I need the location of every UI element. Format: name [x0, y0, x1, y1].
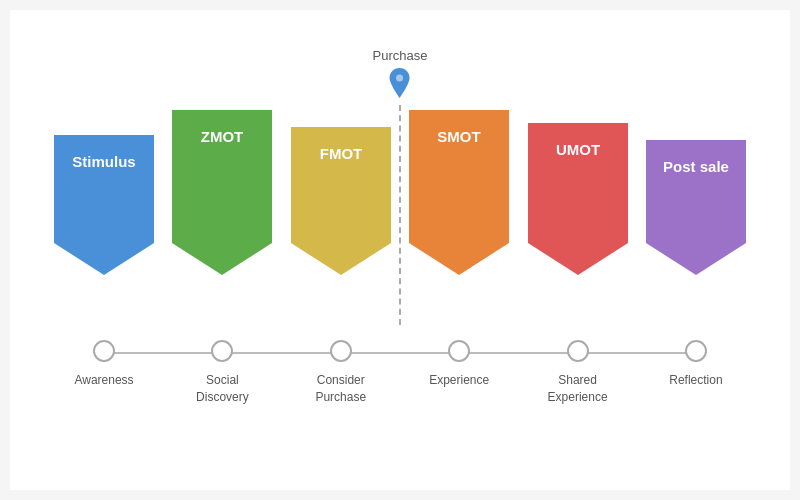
timeline-row: AwarenessSocial DiscoveryConsider Purcha…	[50, 340, 750, 406]
svg-text:FMOT: FMOT	[320, 145, 363, 162]
timeline-item-reflection: Reflection	[642, 340, 750, 389]
timeline-item-shared-experience: Shared Experience	[524, 340, 632, 406]
timeline-items: AwarenessSocial DiscoveryConsider Purcha…	[50, 340, 750, 406]
arrow-svg-stimulus: Stimulus	[54, 135, 154, 275]
svg-text:ZMOT: ZMOT	[201, 128, 244, 145]
timeline-dot-shared-experience	[567, 340, 589, 362]
arrow-item-zmot: ZMOT	[168, 110, 276, 275]
timeline-label-shared-experience: Shared Experience	[548, 372, 608, 406]
purchase-label: Purchase	[373, 48, 428, 63]
arrow-svg-umot: UMOT	[528, 123, 628, 275]
timeline-label-reflection: Reflection	[669, 372, 722, 389]
arrow-item-smot: SMOT	[405, 110, 513, 275]
diagram-container: Purchase StimulusZMOTFMOTSMOTUMOTPost sa…	[10, 10, 790, 490]
timeline-item-awareness: Awareness	[50, 340, 158, 389]
arrow-item-stimulus: Stimulus	[50, 135, 158, 275]
arrow-svg-zmot: ZMOT	[172, 110, 272, 275]
timeline-item-social-discovery: Social Discovery	[168, 340, 276, 406]
timeline-dot-consider-purchase	[330, 340, 352, 362]
svg-text:Post sale: Post sale	[663, 158, 729, 175]
timeline-dot-experience	[448, 340, 470, 362]
arrow-svg-smot: SMOT	[409, 110, 509, 275]
timeline-label-social-discovery: Social Discovery	[196, 372, 249, 406]
arrow-item-umot: UMOT	[524, 123, 632, 275]
timeline-label-consider-purchase: Consider Purchase	[315, 372, 366, 406]
arrow-item-post-sale: Post sale	[642, 140, 750, 275]
timeline-label-experience: Experience	[429, 372, 489, 389]
svg-point-0	[396, 75, 403, 82]
timeline-item-experience: Experience	[405, 340, 513, 389]
timeline-dot-awareness	[93, 340, 115, 362]
svg-text:SMOT: SMOT	[438, 128, 481, 145]
timeline-item-consider-purchase: Consider Purchase	[287, 340, 395, 406]
purchase-pin-area: Purchase	[373, 48, 428, 99]
purchase-teardrop-icon	[389, 67, 411, 99]
arrow-svg-fmot: FMOT	[291, 127, 391, 275]
arrow-svg-post-sale: Post sale	[646, 140, 746, 275]
purchase-dashed-line	[399, 105, 401, 325]
svg-text:UMOT: UMOT	[555, 141, 599, 158]
timeline-dot-social-discovery	[211, 340, 233, 362]
arrow-item-fmot: FMOT	[287, 127, 395, 275]
svg-text:Stimulus: Stimulus	[72, 153, 135, 170]
timeline-label-awareness: Awareness	[74, 372, 133, 389]
timeline-dot-reflection	[685, 340, 707, 362]
